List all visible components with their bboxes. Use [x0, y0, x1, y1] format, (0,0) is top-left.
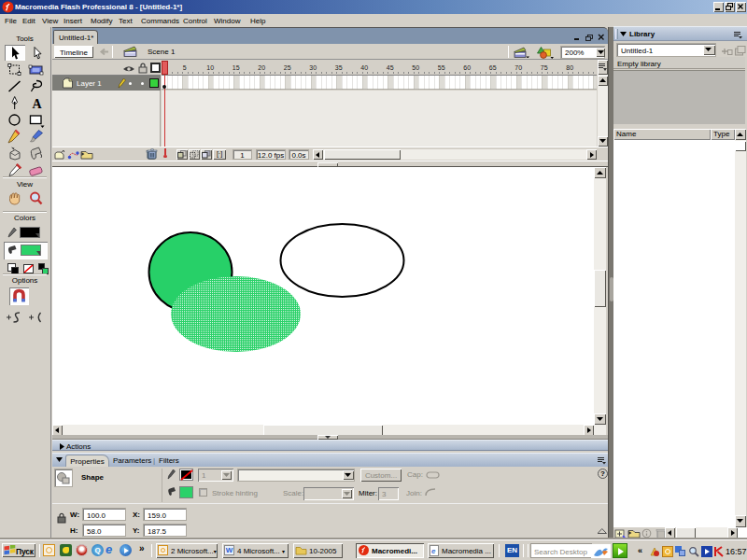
svg-text:A: A: [33, 97, 43, 111]
